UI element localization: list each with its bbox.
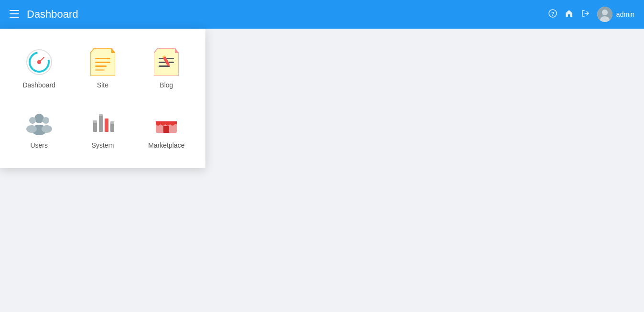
username-label: admin: [616, 11, 634, 18]
nav-item-dashboard[interactable]: Dashboard: [10, 43, 68, 57]
logout-icon[interactable]: [581, 9, 590, 20]
blog-icon: [152, 48, 181, 57]
avatar: [597, 7, 612, 22]
page-title: Dashboard: [27, 8, 548, 21]
nav-item-site[interactable]: Site: [73, 43, 132, 57]
dashboard-icon: [25, 48, 54, 57]
header: Dashboard ? ad: [0, 0, 644, 29]
user-menu[interactable]: admin: [597, 7, 634, 22]
svg-text:?: ?: [551, 11, 554, 16]
nav-item-blog[interactable]: Blog: [137, 43, 196, 57]
svg-rect-2: [10, 17, 19, 18]
svg-point-8: [27, 50, 52, 57]
menu-icon[interactable]: [10, 9, 19, 20]
svg-point-9: [30, 53, 49, 57]
help-icon[interactable]: ?: [548, 9, 557, 20]
home-icon[interactable]: [565, 9, 573, 20]
svg-rect-1: [10, 13, 19, 14]
site-icon: [88, 48, 117, 57]
svg-point-6: [602, 10, 608, 15]
nav-dropdown: Dashboard Site: [0, 29, 205, 57]
header-actions: ? admin: [548, 7, 634, 22]
svg-rect-0: [10, 10, 19, 11]
